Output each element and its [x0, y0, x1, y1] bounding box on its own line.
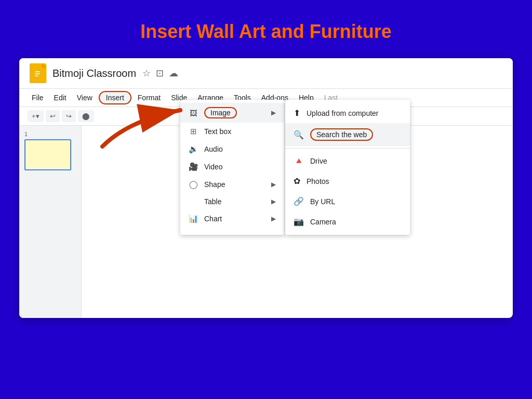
- upload-icon: ⬆: [294, 108, 300, 118]
- chart-label: Chart: [204, 215, 222, 223]
- page-title: Insert Wall Art and Furniture: [140, 21, 391, 43]
- photos-icon: ✿: [294, 176, 300, 186]
- audio-label: Audio: [204, 145, 223, 153]
- image-arrow: ▶: [271, 109, 276, 116]
- submenu-upload[interactable]: ⬆ Upload from computer: [285, 103, 410, 123]
- slide-thumbnail-panel: 1: [19, 126, 82, 318]
- table-arrow: ▶: [271, 198, 276, 205]
- submenu-url[interactable]: 🔗 By URL: [285, 191, 410, 211]
- menu-edit[interactable]: Edit: [50, 91, 71, 104]
- camera-menu-icon: 📷: [294, 217, 304, 227]
- photos-label: Photos: [307, 177, 329, 185]
- slide-number: 1: [24, 131, 76, 137]
- title-bar: Bitmoji Classroom ☆ ⊡ ☁: [19, 58, 513, 89]
- shape-icon: ◯: [189, 180, 198, 189]
- redo-btn[interactable]: ↪: [62, 110, 76, 122]
- doc-title: Bitmoji Classroom: [52, 68, 136, 79]
- video-icon: 🎥: [189, 162, 198, 171]
- doc-icon: [30, 63, 46, 83]
- camera-icon[interactable]: ⊡: [156, 68, 164, 79]
- submenu-search-web[interactable]: 🔍 Search the web: [285, 123, 410, 146]
- search-web-label: Search the web: [310, 128, 373, 141]
- menu-video-item[interactable]: 🎥 Video: [180, 158, 284, 176]
- camera-label: Camera: [310, 218, 336, 226]
- undo-btn[interactable]: ↩: [46, 110, 60, 122]
- search-icon: 🔍: [294, 130, 304, 140]
- submenu-camera[interactable]: 📷 Camera: [285, 211, 410, 232]
- table-label: Table: [204, 197, 221, 206]
- slide-thumbnail[interactable]: [24, 139, 71, 170]
- drive-label: Drive: [310, 157, 327, 165]
- url-icon: 🔗: [294, 196, 304, 206]
- image-label: Image: [204, 107, 237, 118]
- submenu-drive[interactable]: 🔺 Drive: [285, 151, 410, 171]
- shape-label: Shape: [204, 180, 225, 189]
- star-icon[interactable]: ☆: [142, 68, 151, 79]
- image-submenu: ⬆ Upload from computer 🔍 Search the web …: [285, 100, 410, 235]
- cloud-icon[interactable]: ☁: [169, 68, 178, 79]
- menu-chart-item[interactable]: 📊 Chart ▶: [180, 210, 284, 228]
- menu-table-item[interactable]: Table ▶: [180, 193, 284, 210]
- submenu-photos[interactable]: ✿ Photos: [285, 171, 410, 191]
- upload-label: Upload from computer: [307, 109, 379, 117]
- arrow-svg: [87, 95, 201, 157]
- svg-rect-2: [35, 73, 40, 74]
- arrow-annotation: [87, 95, 201, 159]
- svg-rect-3: [35, 75, 38, 76]
- add-btn[interactable]: +▾: [28, 110, 44, 122]
- submenu-divider: [285, 148, 410, 149]
- menu-file[interactable]: File: [28, 91, 48, 104]
- video-label: Video: [204, 163, 223, 171]
- chart-icon: 📊: [189, 214, 198, 223]
- drive-icon: 🔺: [294, 156, 304, 166]
- screenshot-container: Bitmoji Classroom ☆ ⊡ ☁ File Edit View I…: [19, 58, 513, 318]
- shape-arrow: ▶: [271, 181, 276, 188]
- context-menu-container: 🖼 Image ▶ ⊞ Text box 🔉 Audio 🎥 Video ◯ S…: [180, 100, 409, 235]
- url-label: By URL: [310, 197, 335, 206]
- menu-shape-item[interactable]: ◯ Shape ▶: [180, 176, 284, 193]
- title-icons: ☆ ⊡ ☁: [142, 68, 178, 79]
- svg-rect-1: [35, 71, 40, 72]
- chart-arrow: ▶: [271, 215, 276, 222]
- textbox-label: Text box: [204, 127, 231, 136]
